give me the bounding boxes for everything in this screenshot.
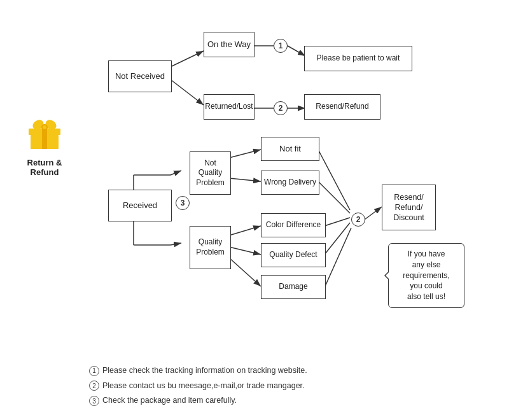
box-please-wait: Please be patient to wait — [304, 46, 412, 71]
svg-rect-2 — [42, 129, 47, 149]
note-text-2: Please contact us bu meesage,e-mail,or t… — [102, 379, 305, 394]
svg-line-21 — [229, 178, 261, 181]
box-received: Received — [108, 190, 172, 221]
svg-line-27 — [324, 218, 350, 226]
note-circle-2: 2 — [89, 381, 99, 391]
note-text-3: Check the package and item carefully. — [102, 393, 237, 409]
box-damage: Damage — [261, 275, 326, 299]
circle-1: 1 — [274, 39, 288, 53]
svg-point-6 — [43, 125, 46, 129]
svg-line-29 — [324, 228, 351, 288]
page: Return & Refund — [0, 0, 509, 420]
note-line-1: 1 Please check the tracking information … — [89, 363, 307, 379]
note-circle-1: 1 — [89, 366, 99, 376]
circle-3: 3 — [176, 196, 190, 210]
note-circle-3: 3 — [89, 396, 99, 406]
svg-line-30 — [365, 207, 382, 220]
box-quality-problem: Quality Problem — [190, 226, 231, 269]
box-resend-refund-discount: Resend/ Refund/ Discount — [382, 185, 436, 230]
circle-2b: 2 — [351, 213, 365, 227]
box-resend-refund-top: Resend/Refund — [304, 94, 380, 120]
notes-section: 1 Please check the tracking information … — [89, 363, 307, 409]
box-not-received: Not Received — [108, 60, 172, 92]
box-on-the-way: On the Way — [204, 32, 254, 57]
note-line-2: 2 Please contact us bu meesage,e-mail,or… — [89, 379, 307, 394]
svg-line-24 — [229, 258, 261, 286]
svg-line-23 — [229, 247, 261, 255]
note-line-3: 3 Check the package and item carefully. — [89, 393, 307, 409]
box-quality-defect: Quality Defect — [261, 243, 326, 267]
circle-2a: 2 — [274, 101, 288, 115]
svg-line-22 — [229, 226, 261, 235]
diagram: Not Received On the Way Please be patien… — [76, 13, 503, 375]
box-not-fit: Not fit — [261, 137, 319, 161]
box-not-quality-problem: Not Quality Problem — [190, 151, 231, 195]
svg-line-25 — [318, 150, 350, 210]
svg-line-9 — [171, 80, 204, 105]
svg-line-19 — [171, 243, 181, 245]
svg-line-28 — [324, 223, 350, 255]
svg-line-26 — [318, 181, 350, 213]
speech-bubble: If you have any else requirements, you c… — [388, 243, 464, 308]
box-wrong-delivery: Wrong Delivery — [261, 171, 319, 195]
gift-icon — [25, 115, 64, 153]
note-text-1: Please check the tracking information on… — [102, 363, 307, 379]
box-returned-lost: Returned/Lost — [204, 94, 254, 120]
svg-line-8 — [171, 51, 204, 67]
icon-label: Return & Refund — [13, 158, 76, 177]
left-panel: Return & Refund — [13, 115, 76, 177]
svg-line-11 — [288, 46, 305, 56]
box-color-difference: Color Difference — [261, 213, 326, 237]
svg-line-16 — [171, 171, 181, 175]
svg-line-20 — [229, 150, 261, 158]
